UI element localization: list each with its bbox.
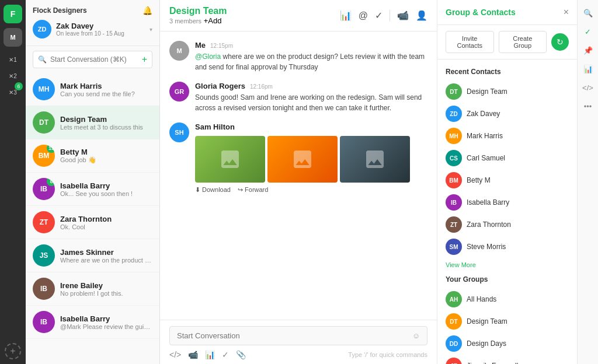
check-toolbar-icon[interactable]: ✓ (222, 350, 229, 359)
contact-item-design-team[interactable]: DT Design Team (446, 80, 569, 103)
chat-members: 3 members +Add (169, 16, 333, 25)
search-input[interactable] (50, 55, 138, 64)
view-more-contacts-link[interactable]: View More (446, 261, 569, 268)
sidebar-item-x2[interactable]: ✕2 (5, 68, 21, 84)
message-sender: Gloria Rogers (195, 82, 245, 90)
mention: @Gloria (195, 52, 221, 61)
conv-name: James Skinner (60, 248, 152, 257)
close-panel-button[interactable]: × (564, 7, 569, 18)
image-thumbnail[interactable] (267, 136, 338, 183)
sidebar-item-x1[interactable]: ✕1 (5, 51, 21, 68)
refresh-button[interactable]: ↻ (551, 33, 569, 51)
emoji-button[interactable]: ☺ (412, 331, 420, 340)
sidebar-item-x3[interactable]: ✕3 6 (5, 84, 21, 100)
video-toolbar-icon[interactable]: 📹 (188, 350, 198, 359)
contacts-far-icon[interactable]: ✓ (580, 23, 596, 40)
video-icon[interactable]: 📹 (397, 10, 409, 21)
search-bar[interactable]: 🔍 + (33, 51, 152, 68)
code-far-icon[interactable]: </> (580, 79, 596, 96)
contact-item-betty-m[interactable]: BM Betty M (446, 169, 569, 191)
image-thumbnail[interactable] (340, 136, 410, 183)
search-far-icon[interactable]: 🔍 (580, 5, 596, 21)
conversation-item-james-skinner[interactable]: JS James Skinner Where are we on the pro… (26, 239, 159, 272)
message-actions: ⬇ Download ↪ Forward (195, 186, 427, 194)
conversation-item-design-team[interactable]: DT Design Team Lets meet at 3 to discuss… (26, 106, 159, 139)
attach-toolbar-icon[interactable]: 📎 (236, 350, 246, 359)
chat-header-icons: 📊 @ ✓ 📹 👤 (340, 10, 427, 22)
avatar: IB (33, 278, 55, 300)
contact-avatar: CS (446, 150, 462, 166)
conv-name: Betty M (60, 148, 152, 156)
chat-input-row[interactable]: ☺ (169, 326, 427, 345)
app-logo[interactable]: F (4, 5, 22, 23)
current-user-avatar: ZD (33, 20, 51, 38)
conversation-item-betty-m[interactable]: BM 15 Betty M Good job 👋 (26, 139, 159, 173)
contact-avatar: ZD (446, 106, 462, 122)
chat-input[interactable] (177, 331, 412, 340)
avatar: IB (33, 311, 55, 333)
forward-button[interactable]: ↪ Forward (238, 186, 268, 194)
task-icon[interactable]: ✓ (375, 10, 383, 21)
contact-name: Zak Davey (467, 110, 500, 118)
group-name: Design Days (467, 340, 506, 348)
message-time: 12:16pm (250, 83, 273, 90)
contact-name: Zara Thornton (467, 220, 511, 229)
conversation-item-zara-thornton[interactable]: ZT Zara Thornton Ok. Cool (26, 206, 159, 239)
conv-preview: Can you send me the file? (60, 90, 152, 97)
group-item-design-days[interactable]: DD Design Days (446, 332, 569, 355)
message-text: Sounds good! Sam and Irene are working o… (195, 92, 427, 113)
pin-far-icon[interactable]: 📌 (580, 42, 596, 58)
chart-toolbar-icon[interactable]: 📊 (205, 350, 215, 359)
contact-avatar: ZT (446, 216, 462, 233)
user-initial-icon[interactable]: M (4, 28, 22, 47)
conv-name: Irene Bailey (60, 281, 152, 290)
conversation-item-mark-harris[interactable]: MH Mark Harris Can you send me the file? (26, 73, 159, 106)
chat-main: Design Team 3 members +Add 📊 @ ✓ 📹 👤 M M… (160, 0, 437, 364)
contact-item-mark-harris[interactable]: MH Mark Harris (446, 125, 569, 147)
contact-avatar: DT (446, 83, 462, 100)
add-member-link[interactable]: +Add (204, 16, 222, 25)
conversation-list: MH Mark Harris Can you send me the file?… (26, 73, 159, 364)
conv-name: Design Team (60, 115, 152, 124)
contact-item-steve-morris[interactable]: SM Steve Morris (446, 236, 569, 258)
create-group-button[interactable]: Create Group (499, 31, 547, 53)
current-user-row[interactable]: ZD Zak Davey On leave from 10 - 15 Aug ▾ (33, 20, 152, 38)
code-toolbar-icon[interactable]: </> (169, 350, 181, 359)
stats-icon[interactable]: 📊 (340, 10, 352, 21)
contact-item-zara-thornton[interactable]: ZT Zara Thornton (446, 214, 569, 236)
conversation-panel: Flock Designers 🔔 ZD Zak Davey On leave … (26, 0, 160, 364)
group-item-jimmis-farewell[interactable]: JF Jimmi's Farewell (446, 355, 569, 364)
new-conversation-button[interactable]: + (142, 54, 147, 65)
notification-icon[interactable]: 🔔 (142, 6, 152, 15)
group-item-design-team[interactable]: DT Design Team (446, 310, 569, 332)
contact-item-zak-davey[interactable]: ZD Zak Davey (446, 103, 569, 125)
message-block: M Me 12:15pm @Gloria where are we on the… (169, 41, 427, 72)
conv-preview: Good job 👋 (60, 156, 152, 164)
chart-far-icon[interactable]: 📊 (580, 61, 596, 77)
contact-name: Carl Samuel (467, 154, 505, 162)
avatar: ZT (33, 211, 55, 233)
avatar: JS (33, 244, 55, 267)
group-avatar: DT (446, 313, 462, 330)
message-sender: Me (195, 41, 206, 50)
conversation-item-isabella-barry[interactable]: IB 8 Isabella Barry Ok... See you soon t… (26, 173, 159, 206)
conversation-item-isabella-barry-2[interactable]: IB Isabella Barry @Mark Please review th… (26, 306, 159, 339)
conv-name: Isabella Barry (60, 314, 152, 323)
message-text: @Gloria where are we on the product desi… (195, 51, 427, 72)
contact-item-isabella-barry[interactable]: IB Isabella Barry (446, 191, 569, 214)
invite-contacts-button[interactable]: Invite Contacts (446, 31, 494, 53)
message-block: GR Gloria Rogers 12:16pm Sounds good! Sa… (169, 82, 427, 113)
conversation-item-irene-bailey[interactable]: IB Irene Bailey No problem! I got this. (26, 272, 159, 306)
group-item-all-hands[interactable]: AH All Hands (446, 288, 569, 310)
conv-preview: Lets meet at 3 to discuss this (60, 124, 152, 131)
contact-item-carl-samuel[interactable]: CS Carl Samuel (446, 147, 569, 169)
image-thumbnail[interactable] (195, 136, 265, 183)
mention-icon[interactable]: @ (359, 10, 368, 21)
message-sender: Sam Hilton (195, 123, 235, 131)
download-button[interactable]: ⬇ Download (195, 186, 231, 194)
add-workspace-button[interactable]: + (5, 343, 21, 359)
right-panel-header: Group & Contacts × (437, 0, 577, 25)
more-far-icon[interactable]: ••• (580, 98, 596, 114)
person-icon[interactable]: 👤 (416, 10, 427, 21)
user-dropdown-icon[interactable]: ▾ (150, 26, 152, 33)
